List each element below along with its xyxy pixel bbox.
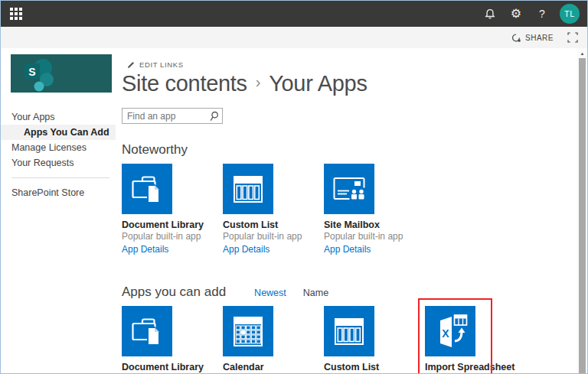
noteworthy-tiles: Document Library Popular built-in app Ap… [122, 164, 587, 255]
search-icon[interactable] [209, 111, 219, 122]
breadcrumb: Site contents › Your Apps [122, 71, 587, 96]
app-card-calendar: Calendar App Details [223, 306, 324, 374]
sidebar-item-sharepoint-store[interactable]: SharePoint Store [1, 185, 116, 200]
edit-links-button[interactable]: EDIT LINKS [127, 60, 587, 69]
site-mailbox-icon [324, 164, 374, 214]
sharepoint-logo[interactable]: S [11, 54, 112, 93]
pencil-icon [127, 60, 136, 69]
calendar-icon [223, 306, 273, 356]
document-library-icon [122, 306, 172, 356]
gear-icon: ⚙ [511, 8, 521, 20]
focus-icon [567, 32, 578, 43]
document-library-tile[interactable] [122, 164, 172, 214]
help-icon: ? [539, 8, 545, 20]
help-button[interactable]: ? [529, 1, 555, 27]
app-card-document-library: Document Library App Details [122, 306, 223, 374]
sharepoint-window: ⚙ ? TL SHARE [0, 0, 588, 374]
app-name: Import Spreadsheet [425, 362, 526, 372]
app-subtitle: Popular built-in app [122, 231, 223, 242]
scrollbar-thumb[interactable] [579, 58, 586, 373]
app-name: Document Library [122, 362, 223, 372]
custom-list-tile[interactable] [223, 164, 273, 214]
app-subtitle: Popular built-in app [324, 231, 425, 242]
app-name: Site Mailbox [324, 220, 425, 230]
suite-top-bar: ⚙ ? TL [1, 1, 587, 27]
document-library-tile[interactable] [122, 306, 172, 356]
notifications-button[interactable] [477, 1, 503, 27]
app-card-document-library: Document Library Popular built-in app Ap… [122, 164, 223, 255]
sidebar-item-apps-you-can-add[interactable]: Apps You Can Add [1, 125, 116, 140]
sidebar-item-your-apps[interactable]: Your Apps [1, 109, 116, 125]
share-icon [511, 33, 521, 43]
import-spreadsheet-tile[interactable]: X [425, 306, 475, 356]
sidebar-nav: Your Apps Apps You Can Add Manage Licens… [1, 109, 116, 200]
custom-list-tile[interactable] [324, 306, 374, 356]
app-card-import-spreadsheet: X Import Spreadsheet App Details [425, 306, 526, 374]
sidebar-item-manage-licenses[interactable]: Manage Licenses [1, 140, 116, 155]
section-apps-you-can-add-header: Apps you can add Newest Name [122, 285, 587, 300]
main-area: EDIT LINKS Site contents › Your Apps Not… [116, 48, 587, 373]
app-card-custom-list: Custom List App Details [324, 306, 425, 374]
calendar-tile[interactable] [223, 306, 273, 356]
app-details-link[interactable]: App Details [324, 244, 371, 255]
app-name: Calendar [223, 362, 324, 372]
sort-name-link[interactable]: Name [303, 288, 328, 298]
edit-links-label: EDIT LINKS [139, 60, 184, 69]
app-name: Custom List [223, 220, 324, 230]
document-library-icon [122, 164, 172, 214]
sidebar: S Your Apps Apps You Can Add Manage Lice… [1, 48, 116, 373]
app-card-site-mailbox: Site Mailbox Popular built-in app App De… [324, 164, 425, 255]
app-name: Document Library [122, 220, 223, 230]
app-card-custom-list: Custom List Popular built-in app App Det… [223, 164, 324, 255]
vertical-scrollbar[interactable]: ▲ [577, 48, 587, 373]
custom-list-icon [223, 164, 273, 214]
ribbon-bar: SHARE [1, 27, 587, 48]
svg-text:X: X [442, 327, 449, 340]
site-mailbox-tile[interactable] [324, 164, 374, 214]
app-search [122, 108, 223, 124]
focus-on-content-button[interactable] [567, 32, 578, 43]
breadcrumb-separator-icon: › [256, 73, 260, 91]
share-label: SHARE [525, 34, 554, 42]
section-title: Apps you can add [122, 285, 226, 300]
bell-icon [484, 8, 496, 20]
app-name: Custom List [324, 362, 425, 372]
section-noteworthy-header: Noteworthy [122, 142, 587, 158]
svg-text:S: S [28, 66, 35, 78]
sidebar-divider [11, 177, 109, 178]
app-details-link[interactable]: App Details [122, 244, 168, 255]
settings-button[interactable]: ⚙ [503, 1, 529, 27]
app-subtitle: Popular built-in app [223, 231, 324, 242]
share-button[interactable]: SHARE [511, 33, 554, 43]
breadcrumb-site-contents[interactable]: Site contents [122, 71, 247, 96]
custom-list-icon [324, 306, 374, 356]
sidebar-item-your-requests[interactable]: Your Requests [1, 155, 116, 171]
page-content: S Your Apps Apps You Can Add Manage Lice… [1, 48, 587, 373]
app-details-link[interactable]: App Details [223, 244, 270, 255]
search-input[interactable] [122, 108, 223, 124]
page-title-current: Your Apps [269, 71, 367, 96]
import-spreadsheet-icon: X [425, 306, 475, 356]
apps-you-can-add-tiles: Document Library App Details [122, 306, 587, 374]
sort-newest-link[interactable]: Newest [254, 288, 286, 298]
section-title: Noteworthy [122, 142, 188, 158]
account-avatar[interactable]: TL [560, 4, 580, 24]
app-launcher-icon[interactable] [10, 8, 23, 21]
scroll-up-arrow-icon[interactable]: ▲ [577, 48, 587, 58]
